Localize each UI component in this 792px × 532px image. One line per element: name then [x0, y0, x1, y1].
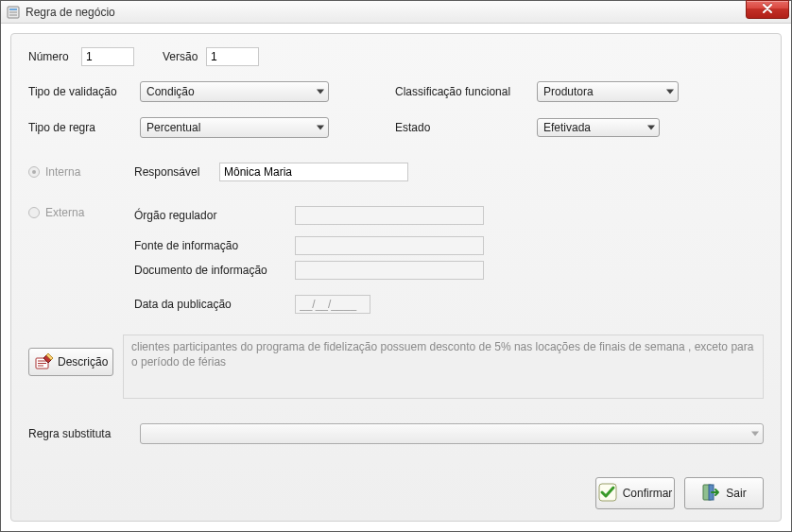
fonte-input[interactable]: [295, 236, 484, 255]
orgao-input[interactable]: [295, 206, 484, 225]
titlebar: Regra de negócio: [1, 1, 791, 24]
check-icon: [598, 483, 617, 505]
estado-label: Estado: [395, 121, 537, 134]
descricao-text-content: clientes participantes do programa de fi…: [131, 340, 753, 369]
window-title: Regra de negócio: [26, 6, 115, 19]
chevron-down-icon: [647, 126, 655, 130]
footer-actions: Confirmar Sair: [595, 477, 764, 509]
externa-radio: [28, 207, 40, 218]
chevron-down-icon: [317, 90, 324, 94]
chevron-down-icon: [317, 126, 324, 130]
documento-input[interactable]: [295, 261, 484, 280]
interna-radio: [28, 166, 40, 178]
svg-rect-1: [9, 9, 17, 10]
confirmar-button[interactable]: Confirmar: [595, 477, 675, 509]
class-func-label: Classificação funcional: [395, 85, 537, 98]
fonte-label: Fonte de informação: [134, 239, 295, 252]
tipo-validacao-combo[interactable]: Condição: [140, 81, 329, 102]
close-icon: [762, 3, 773, 16]
window: Regra de negócio Número Versão Tipo de v…: [0, 0, 792, 532]
documento-label: Documento de informação: [134, 264, 295, 277]
tipo-regra-value: Percentual: [146, 121, 200, 134]
edit-icon: [35, 353, 54, 370]
versao-label: Versão: [163, 50, 206, 63]
externa-label: Externa: [45, 206, 84, 219]
tipo-regra-combo[interactable]: Percentual: [140, 117, 329, 138]
estado-value: Efetivada: [543, 121, 591, 134]
interna-label: Interna: [45, 165, 80, 179]
svg-rect-3: [9, 14, 17, 16]
tipo-validacao-label: Tipo de validação: [28, 85, 140, 98]
svg-rect-2: [9, 11, 17, 13]
substituta-combo[interactable]: [140, 423, 764, 444]
app-icon: [7, 6, 20, 19]
versao-input[interactable]: [206, 47, 259, 66]
exit-icon: [701, 483, 720, 505]
descricao-button[interactable]: Descrição: [28, 348, 113, 376]
responsavel-label: Responsável: [134, 165, 219, 179]
tipo-validacao-value: Condição: [146, 85, 195, 98]
estado-combo[interactable]: Efetivada: [537, 118, 660, 137]
data-pub-label: Data da publicação: [134, 298, 295, 311]
descricao-text: clientes participantes do programa de fi…: [123, 335, 764, 399]
numero-label: Número: [28, 50, 81, 63]
class-func-value: Produtora: [543, 85, 594, 98]
orgao-label: Órgão regulador: [134, 209, 295, 222]
form-panel: Número Versão Tipo de validação Condição…: [10, 33, 782, 522]
chevron-down-icon: [666, 90, 674, 94]
class-func-combo[interactable]: Produtora: [537, 81, 679, 102]
chevron-down-icon: [751, 432, 759, 437]
close-button[interactable]: [746, 0, 789, 19]
responsavel-input[interactable]: [219, 163, 408, 181]
sair-button[interactable]: Sair: [684, 477, 764, 509]
tipo-regra-label: Tipo de regra: [28, 121, 140, 134]
descricao-button-label: Descrição: [58, 355, 108, 369]
numero-input[interactable]: [81, 47, 134, 66]
sair-label: Sair: [726, 487, 746, 500]
substituta-label: Regra substituta: [28, 427, 140, 440]
data-pub-input[interactable]: [295, 295, 370, 314]
confirmar-label: Confirmar: [623, 487, 673, 500]
